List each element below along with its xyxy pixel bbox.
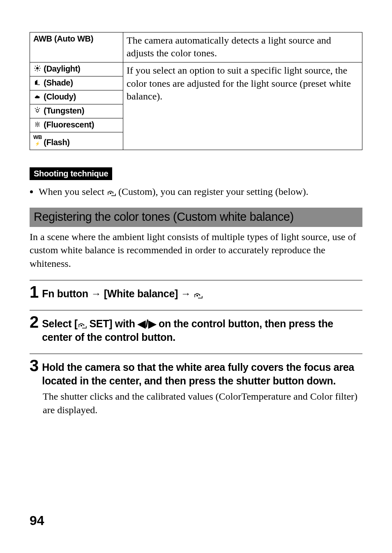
custom-wb-icon: [194, 288, 203, 299]
step-text-b: SET] with: [87, 318, 138, 329]
svg-line-11: [35, 108, 36, 109]
fluorescent-icon: [33, 121, 42, 130]
wb-option-tungsten: (Tungsten): [30, 104, 123, 118]
table-row: AWB (Auto WB) The camera automatically d…: [30, 32, 362, 62]
shooting-technique-badge: Shooting technique: [30, 167, 112, 180]
step-text-a: Select [: [42, 318, 78, 329]
wb-option-flash: WB⚡ (Flash): [30, 132, 123, 150]
wb-label: (Fluorescent): [44, 120, 94, 129]
bulb-icon: [33, 107, 42, 116]
section-heading: Registering the color tones (Custom whit…: [30, 208, 362, 227]
step-1-text: Fn button → [White balance] →: [42, 284, 203, 301]
wb-option-daylight: (Daylight): [30, 62, 123, 76]
svg-point-22: [110, 192, 111, 194]
triangle-right-icon: ▶: [148, 318, 156, 329]
white-balance-table: AWB (Auto WB) The camera automatically d…: [30, 32, 362, 150]
wb-option-cloudy: (Cloudy): [30, 90, 123, 104]
wb-label: (Daylight): [44, 64, 80, 73]
bullet-text-pre: When you select: [39, 186, 107, 197]
svg-line-12: [39, 108, 40, 109]
arrow-right-icon: →: [181, 288, 191, 299]
page-content: AWB (Auto WB) The camera automatically d…: [0, 0, 392, 416]
step-number: 1: [30, 284, 39, 300]
wb-label: (Flash): [44, 138, 69, 147]
technique-list: When you select (Custom), you can regist…: [30, 185, 362, 198]
svg-line-7: [35, 70, 36, 71]
svg-point-24: [81, 325, 82, 326]
svg-point-0: [36, 67, 39, 69]
shade-icon: [33, 79, 42, 88]
arrow-right-icon: →: [91, 288, 101, 299]
step-3: 3 Hold the camera so that the white area…: [30, 354, 362, 416]
svg-point-9: [36, 109, 39, 112]
step-2: 2 Select [ SET] with ◀/▶ on the control …: [30, 310, 362, 344]
technique-bullet: When you select (Custom), you can regist…: [39, 185, 362, 198]
svg-line-5: [35, 66, 36, 67]
step-2-text: Select [ SET] with ◀/▶ on the control bu…: [42, 314, 362, 344]
wb-label: AWB (Auto WB): [33, 34, 93, 43]
sun-icon: [33, 65, 42, 74]
wb-desc-auto: The camera automatically detects a light…: [123, 32, 362, 62]
step-text-b: [White balance]: [101, 288, 181, 299]
page-number: 94: [30, 513, 44, 528]
wb-label: (Cloudy): [44, 92, 76, 101]
flash-icon: WB⚡: [33, 134, 42, 146]
svg-point-23: [196, 295, 198, 296]
step-number: 2: [30, 314, 39, 330]
wb-option-fluorescent: (Fluorescent): [30, 118, 123, 132]
step-1: 1 Fn button → [White balance] →: [30, 280, 362, 301]
step-number: 3: [30, 357, 39, 374]
wb-option-shade: (Shade): [30, 76, 123, 90]
slash-text: /: [145, 318, 148, 329]
custom-wb-set-icon: [78, 318, 87, 329]
wb-desc-preset: If you select an option to suit a specif…: [123, 62, 362, 150]
triangle-left-icon: ◀: [138, 318, 145, 329]
step-text-a: Fn button: [42, 288, 91, 299]
wb-label: (Tungsten): [44, 106, 84, 115]
custom-wb-icon: [107, 186, 116, 197]
wb-label: (Shade): [44, 78, 73, 87]
table-row: (Daylight) If you select an option to su…: [30, 62, 362, 76]
bullet-text-post: (Custom), you can register your setting …: [116, 186, 309, 197]
section-body: In a scene where the ambient light consi…: [30, 230, 362, 270]
step-3-text: Hold the camera so that the white area f…: [42, 357, 362, 387]
svg-line-6: [39, 70, 40, 71]
step-3-desc: The shutter clicks and the calibrated va…: [43, 390, 362, 416]
svg-line-8: [39, 66, 40, 67]
cloud-icon: [33, 93, 42, 102]
wb-option-auto: AWB (Auto WB): [30, 32, 123, 62]
